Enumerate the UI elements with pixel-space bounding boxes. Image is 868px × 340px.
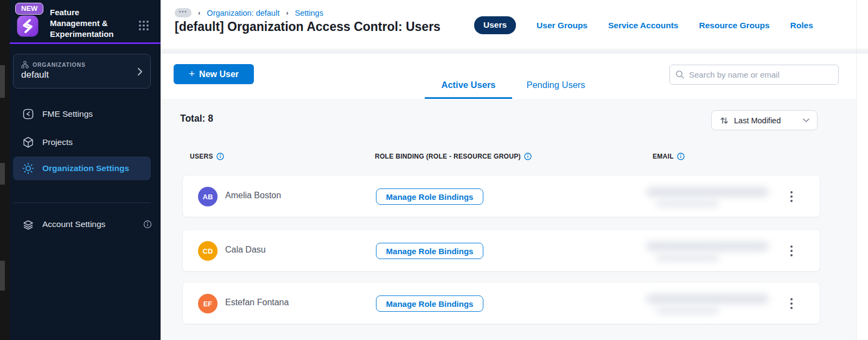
background-fragment (0, 261, 5, 291)
module-switcher-grid-icon[interactable] (138, 20, 150, 34)
new-badge: NEW (15, 3, 43, 15)
sort-arrows-icon (719, 116, 729, 125)
tab-service-accounts[interactable]: Service Accounts (608, 21, 679, 30)
content-right-border (856, 0, 857, 340)
tab-pending-users[interactable]: Pending Users (512, 75, 599, 99)
tab-resource-groups[interactable]: Resource Groups (699, 21, 770, 30)
avatar: EF (198, 294, 218, 313)
search-box (669, 65, 839, 85)
sidebar-item-account-settings[interactable]: Account Settings (13, 213, 151, 235)
row-menu-kebab-icon[interactable] (785, 188, 798, 205)
breadcrumb-link-settings[interactable]: Settings (295, 9, 323, 17)
info-icon[interactable] (216, 153, 224, 160)
sidebar-item-label: Projects (42, 137, 73, 147)
sidebar-item-organization-settings[interactable]: Organization Settings (13, 156, 151, 180)
page-header: ••• › Organization: default › Settings [… (161, 0, 868, 49)
user-row: CD Cala Dasu Manage Role Bindings (182, 229, 820, 272)
search-input[interactable] (689, 70, 833, 79)
page-title: [default] Organization Access Control: U… (175, 20, 441, 34)
breadcrumb-link-organization[interactable]: Organization: default (207, 9, 279, 17)
user-name: Estefan Fontana (225, 298, 289, 307)
organization-selector[interactable]: ORGANIZATIONS default (13, 54, 151, 89)
manage-role-bindings-button[interactable]: Manage Role Bindings (376, 188, 483, 205)
access-control-tabs: Users User Groups Service Accounts Resou… (474, 16, 813, 34)
user-row: EF Estefan Fontana Manage Role Bindings (182, 282, 820, 324)
background-fragment (0, 163, 5, 185)
breadcrumb-separator: › (198, 9, 200, 17)
manage-role-bindings-button[interactable]: Manage Role Bindings (376, 295, 483, 312)
user-row: AB Amelia Boston Manage Role Bindings (182, 175, 820, 217)
sidebar-divider (13, 203, 151, 203)
tab-active-users[interactable]: Active Users (425, 75, 512, 99)
users-list-area: Total: 8 Last Modified USERS (161, 99, 856, 340)
table-header-row: USERS ROLE BINDING (ROLE - RESOURCE GROU… (161, 153, 856, 161)
avatar: CD (198, 241, 218, 261)
breadcrumb-separator: › (286, 9, 288, 17)
row-menu-kebab-icon[interactable] (785, 242, 798, 260)
organization-value: default (21, 70, 49, 80)
background-fragment (0, 65, 5, 98)
search-icon (675, 70, 685, 79)
user-name: Cala Dasu (225, 245, 266, 255)
sort-dropdown-value: Last Modified (734, 116, 798, 125)
chevron-right-icon (137, 67, 143, 78)
header-separator-band (161, 50, 868, 54)
info-icon[interactable] (524, 153, 532, 160)
app-logo[interactable] (16, 15, 39, 37)
brand-divider (10, 42, 161, 44)
sort-dropdown[interactable]: Last Modified (711, 110, 818, 130)
projects-cube-icon (22, 136, 35, 149)
column-header-email: EMAIL (653, 153, 674, 160)
manage-role-bindings-button[interactable]: Manage Role Bindings (376, 243, 483, 259)
gear-icon (22, 162, 35, 175)
user-name: Amelia Boston (225, 191, 281, 200)
sidebar-item-label: Account Settings (42, 219, 105, 229)
org-hierarchy-icon (21, 61, 29, 68)
tab-users[interactable]: Users (474, 16, 516, 34)
user-state-tabs: Active Users Pending Users (425, 75, 599, 99)
toolbar: + New User Active Users Pending Users (161, 54, 868, 99)
account-settings-info-icon[interactable] (143, 220, 152, 231)
breadcrumb-ellipsis[interactable]: ••• (175, 8, 192, 17)
new-user-button-label: New User (199, 70, 239, 79)
column-header-role-binding: ROLE BINDING (ROLE - RESOURCE GROUP) (375, 153, 521, 160)
fme-settings-icon (22, 108, 35, 121)
sidebar-item-label: FME Settings (42, 109, 93, 119)
sidebar-item-label: Organization Settings (42, 163, 129, 173)
breadcrumb: ••• › Organization: default › Settings (175, 8, 323, 17)
main-content: ••• › Organization: default › Settings [… (161, 0, 868, 340)
column-header-users: USERS (190, 153, 213, 160)
email-redacted (643, 183, 778, 211)
layers-icon (22, 218, 35, 231)
tab-user-groups[interactable]: User Groups (537, 21, 588, 30)
row-menu-kebab-icon[interactable] (785, 295, 798, 312)
sidebar: NEW Feature Management & Experimentation (10, 0, 161, 340)
total-count: Total: 8 (180, 113, 213, 124)
email-redacted (643, 237, 778, 266)
app-window: NEW Feature Management & Experimentation (0, 0, 868, 340)
sidebar-item-fme-settings[interactable]: FME Settings (13, 103, 151, 125)
avatar: AB (198, 187, 218, 206)
split-logo-icon (16, 15, 39, 37)
plus-icon: + (189, 68, 195, 80)
tab-roles[interactable]: Roles (790, 21, 813, 30)
sidebar-item-projects[interactable]: Projects (13, 131, 151, 153)
info-icon[interactable] (677, 153, 685, 160)
app-title: Feature Management & Experimentation (50, 7, 126, 40)
chevron-down-icon (803, 118, 809, 123)
organizations-label: ORGANIZATIONS (33, 61, 86, 68)
background-window-strip (0, 0, 10, 340)
new-user-button[interactable]: + New User (174, 64, 254, 84)
email-redacted (643, 290, 778, 318)
